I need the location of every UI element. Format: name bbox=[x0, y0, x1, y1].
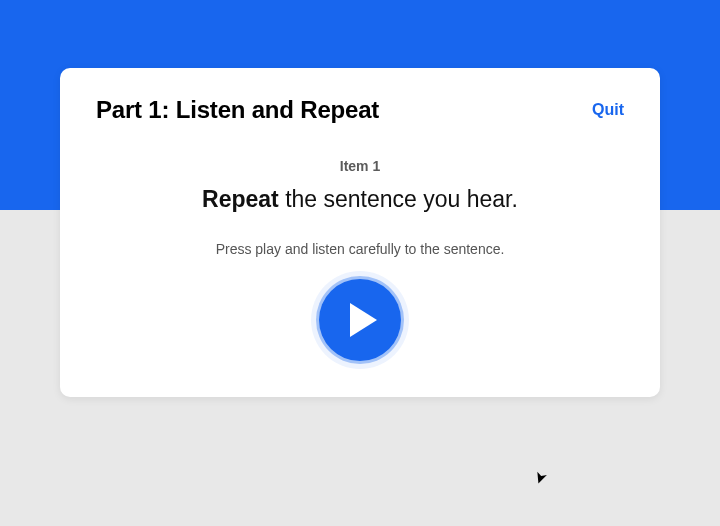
prompt-text: Repeat the sentence you hear. bbox=[96, 186, 624, 213]
prompt-remainder: the sentence you hear. bbox=[279, 186, 518, 212]
play-icon bbox=[350, 303, 377, 337]
exercise-card: Part 1: Listen and Repeat Quit Item 1 Re… bbox=[60, 68, 660, 397]
card-header: Part 1: Listen and Repeat Quit bbox=[96, 96, 624, 124]
play-button-container bbox=[96, 279, 624, 361]
part-title: Part 1: Listen and Repeat bbox=[96, 96, 379, 124]
quit-button[interactable]: Quit bbox=[592, 101, 624, 119]
item-label: Item 1 bbox=[96, 158, 624, 174]
instruction-text: Press play and listen carefully to the s… bbox=[96, 241, 624, 257]
prompt-emphasis: Repeat bbox=[202, 186, 279, 212]
mouse-cursor-icon: ➤ bbox=[529, 468, 551, 487]
play-button[interactable] bbox=[319, 279, 401, 361]
